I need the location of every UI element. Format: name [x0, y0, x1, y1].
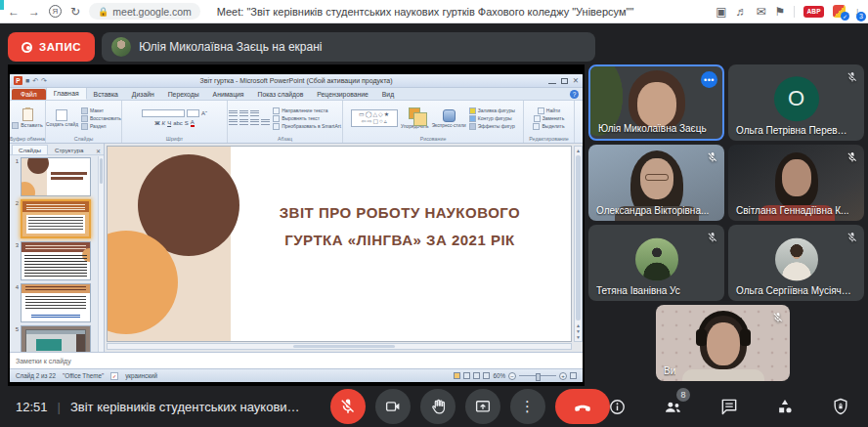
ribbon-group-editing: Найти Заменить Выделить Редактирование	[524, 101, 575, 143]
participant-tile-olha-p[interactable]: О Ольга Петрівна Перевер...	[728, 64, 864, 141]
present-screen-button[interactable]	[465, 389, 500, 424]
adblock-icon[interactable]: ABP	[803, 6, 824, 18]
browser-toolbar: ← → Я ↻ 🔒 meet.google.com Meet: "Звіт ке…	[0, 0, 868, 23]
ppt-tab-transitions: Переходы	[161, 89, 206, 100]
ppt-status-bar: Слайд 2 из 22 "Office Theme" ✓ украински…	[10, 368, 583, 382]
shoulders	[682, 369, 764, 381]
shadow-icon: S	[185, 120, 189, 126]
downloads-icon[interactable]: ↓ 3	[854, 5, 860, 19]
ppt-ribbon: Вставить Буфер обмена Создать слайд Маке…	[10, 101, 583, 144]
recording-badge: ЗАПИС	[8, 32, 95, 62]
recording-label: ЗАПИС	[39, 41, 81, 53]
notes-placeholder: Заметки к слайду	[16, 358, 71, 364]
participant-tile-svitlana[interactable]: Світлана Геннадіївна К...	[728, 145, 864, 221]
slide-thumbnail-1: 1	[12, 157, 97, 196]
shapes-gallery: ▭◯△◇★⇦⇨▢○▵	[351, 109, 398, 127]
current-slide: ЗВІТ ПРО РОБОТУ НАУКОВОГО ГУРТКА «ЛІНГВА…	[107, 146, 572, 342]
underline-icon: Ч	[167, 120, 171, 126]
forward-icon[interactable]: →	[28, 6, 40, 18]
participants-button[interactable]: 8	[663, 397, 683, 417]
divider	[794, 6, 795, 18]
layout-label: Макет	[81, 107, 121, 114]
recording-bar: ЗАПИС Юлія Миколаївна Заєць на екрані	[8, 32, 595, 62]
participant-name: Тетяна Іванівна Ус	[596, 285, 680, 296]
browser-theme-accent	[0, 0, 4, 10]
downloads-badge: 3	[856, 12, 866, 21]
ppt-notes-area: Заметки к слайду	[10, 352, 583, 368]
chat-button[interactable]	[719, 397, 739, 416]
ppt-tab-animation: Анимация	[206, 89, 251, 100]
more-options-button[interactable]: ⋮	[510, 389, 545, 424]
slide-number: 2	[12, 199, 19, 238]
leave-call-button[interactable]	[555, 389, 610, 424]
font-name-box	[142, 109, 185, 117]
group-label-font: Шрифт	[122, 136, 227, 143]
shape-fill-label: Заливка фигуры	[469, 107, 515, 114]
align-text-label: Выровнять текст	[273, 115, 341, 122]
face	[782, 159, 811, 196]
camera-toggle-button[interactable]	[375, 389, 411, 424]
refresh-icon[interactable]: ↻	[70, 6, 80, 18]
shape-effects-label: Эффекты фигур	[469, 123, 515, 130]
mic-off-icon	[846, 230, 858, 247]
participant-name: Ви	[664, 365, 675, 376]
call-info-button[interactable]	[608, 398, 627, 416]
mic-permission-icon[interactable]: ♬	[736, 6, 748, 18]
horizontal-scrollbar	[107, 343, 572, 350]
divider: |	[58, 400, 61, 414]
section-label: Раздел	[81, 123, 121, 130]
extension-icon[interactable]: ✓	[833, 5, 846, 18]
slide-thumbnail-3: 3	[12, 241, 97, 280]
chat-extension-icon[interactable]: ✉	[757, 6, 766, 18]
normal-view-icon	[454, 372, 460, 379]
align-left-icon	[229, 119, 238, 126]
ppt-window-title: Звіт гуртка - Microsoft PowerPoint (Сбой…	[10, 77, 583, 84]
group-label-editing: Редактирование	[524, 136, 574, 143]
host-controls-button[interactable]	[831, 397, 850, 416]
meeting-title: Звіт керівників студентських наукових гу…	[70, 400, 303, 414]
slide-thumbnail-5: 5	[12, 325, 97, 352]
participant-name: Ольга Сергіївна Мусіяче...	[736, 285, 851, 296]
align-right-icon	[250, 119, 259, 126]
url-text[interactable]: meet.google.com	[112, 6, 192, 18]
status-theme: "Office Theme"	[63, 372, 104, 379]
back-icon[interactable]: ←	[8, 6, 20, 18]
participant-tile-you[interactable]: Ви	[656, 305, 790, 381]
slide-number: 3	[12, 241, 19, 280]
camera-permission-icon[interactable]: ▣	[716, 6, 726, 18]
numbering-icon	[239, 110, 248, 117]
new-slide-icon	[56, 109, 67, 121]
paste-icon	[22, 108, 33, 121]
presenter-avatar	[111, 37, 131, 57]
mic-toggle-button[interactable]	[330, 389, 366, 424]
presenting-label: Юлія Миколаївна Заєць на екрані	[139, 40, 322, 54]
select-label: Выделить	[533, 123, 564, 130]
participant-tile-yuliia[interactable]: Юлія Миколаївна Заєць	[588, 64, 724, 141]
status-language: украинский	[125, 372, 157, 379]
smartart-label: Преобразовать в SmartArt	[273, 123, 341, 130]
participant-tile-olha-s[interactable]: Ольга Сергіївна Мусіяче...	[728, 225, 864, 301]
address-bar[interactable]: 🔒 meet.google.com	[89, 3, 200, 20]
participant-tile-oleksandra[interactable]: Олександра Вікторівна...	[588, 145, 724, 221]
ribbon-group-slides: Создать слайд Макет Восстановить Раздел …	[46, 101, 122, 143]
reading-view-icon	[473, 372, 480, 379]
participant-name: Ольга Петрівна Перевер...	[736, 125, 851, 136]
slide-thumbnail-2-selected: 2	[12, 199, 97, 238]
ppt-tab-slideshow: Показ слайдов	[251, 89, 311, 100]
participants-count-badge: 8	[676, 388, 690, 402]
font-color-icon: A	[191, 119, 195, 127]
tile-options-icon[interactable]	[701, 71, 717, 88]
bookmark-icon[interactable]: ⚑	[775, 6, 786, 18]
shared-screen: P ■ ↶ ↷ Звіт гуртка - Microsoft PowerPoi…	[8, 64, 585, 386]
slide-title-line1: ЗВІТ ПРО РОБОТУ НАУКОВОГО	[233, 199, 567, 227]
participant-tile-tetiana[interactable]: Тетяна Іванівна Ус	[588, 225, 724, 301]
letter-avatar: О	[774, 76, 819, 121]
activities-button[interactable]	[775, 397, 795, 416]
bold-icon: Ж	[154, 120, 159, 126]
minimize-icon	[548, 77, 556, 84]
raise-hand-button[interactable]	[420, 389, 456, 424]
sorter-view-icon	[463, 372, 470, 379]
ppt-tab-file: Файл	[12, 89, 46, 100]
panel-tab-outline: Структура	[49, 146, 89, 154]
browser-protect-icon[interactable]: Я	[49, 5, 62, 18]
